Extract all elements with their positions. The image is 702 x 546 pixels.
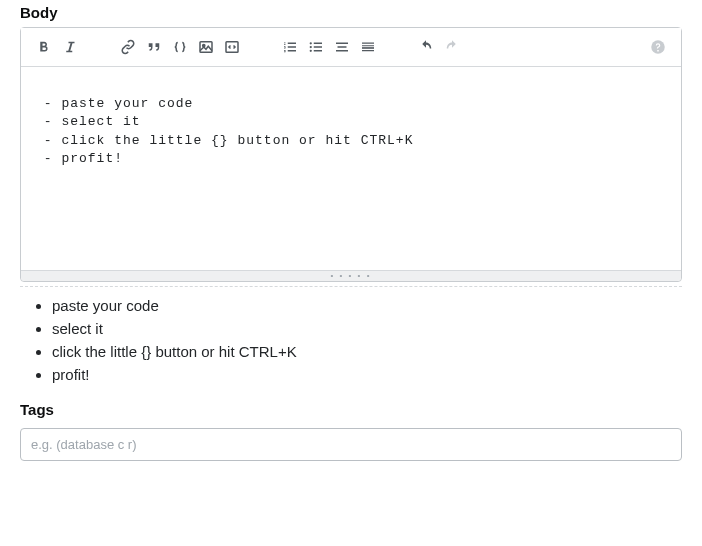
svg-point-3 — [310, 42, 312, 44]
svg-rect-0 — [200, 42, 212, 53]
bold-button[interactable] — [31, 34, 57, 60]
ordered-list-button[interactable] — [277, 34, 303, 60]
image-button[interactable] — [193, 34, 219, 60]
svg-rect-6 — [362, 47, 374, 49]
heading-button[interactable] — [329, 34, 355, 60]
body-label: Body — [20, 4, 682, 21]
svg-point-4 — [310, 46, 312, 48]
list-item: profit! — [52, 366, 682, 383]
resize-handle[interactable]: • • • • • — [21, 270, 681, 281]
list-item: select it — [52, 320, 682, 337]
italic-button[interactable] — [57, 34, 83, 60]
tags-label: Tags — [20, 401, 682, 418]
body-textarea[interactable] — [21, 67, 681, 267]
editor-toolbar — [21, 28, 681, 67]
divider — [20, 286, 682, 287]
list-item: click the little {} button or hit CTRL+K — [52, 343, 682, 360]
help-button[interactable] — [645, 34, 671, 60]
list-item: paste your code — [52, 297, 682, 314]
unordered-list-button[interactable] — [303, 34, 329, 60]
code-button[interactable] — [167, 34, 193, 60]
undo-button[interactable] — [413, 34, 439, 60]
horizontal-rule-button[interactable] — [355, 34, 381, 60]
snippet-button[interactable] — [219, 34, 245, 60]
link-button[interactable] — [115, 34, 141, 60]
preview-pane: paste your code select it click the litt… — [20, 297, 682, 383]
tags-input[interactable] — [20, 428, 682, 461]
svg-rect-2 — [226, 42, 238, 53]
svg-point-5 — [310, 50, 312, 52]
redo-button[interactable] — [439, 34, 465, 60]
quote-button[interactable] — [141, 34, 167, 60]
editor-box: • • • • • — [20, 27, 682, 282]
